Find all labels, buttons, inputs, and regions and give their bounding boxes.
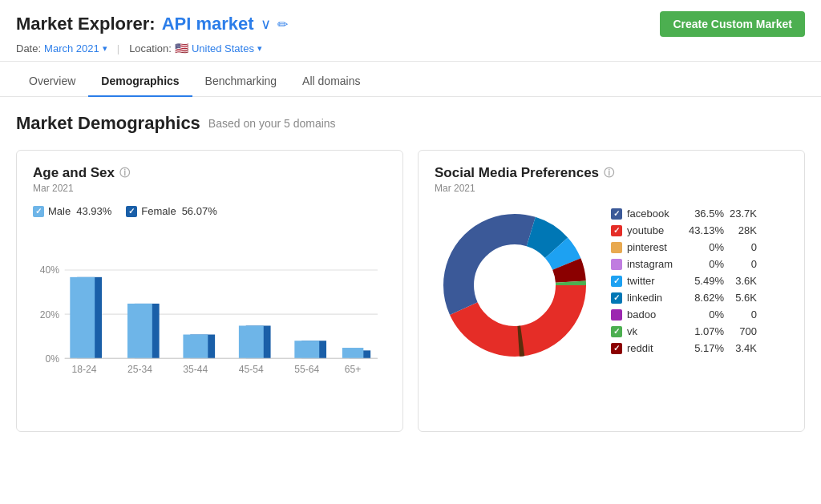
instagram-count: 0 — [729, 258, 757, 270]
social-row-badoo: ✓ badoo 0% 0 — [611, 306, 788, 323]
female-value: 56.07% — [182, 205, 217, 217]
bar-male-45-54 — [239, 325, 264, 358]
tabs-bar: Overview Demographics Benchmarking All d… — [0, 67, 821, 97]
social-row-vk: ✓ vk 1.07% 700 — [611, 323, 788, 340]
female-check-icon: ✓ — [128, 207, 135, 216]
reddit-pct: 5.17% — [688, 342, 724, 354]
age-sex-title: Age and Sex ⓘ — [33, 165, 386, 181]
edit-icon[interactable]: ✏ — [277, 17, 288, 32]
youtube-check-box: ✓ — [611, 225, 622, 236]
linkedin-pct: 8.62% — [688, 292, 724, 304]
facebook-pct: 36.5% — [688, 208, 724, 220]
social-row-youtube: ✓ youtube 43.13% 28K — [611, 222, 788, 239]
twitter-count: 3.6K — [729, 275, 757, 287]
donut-chart — [435, 205, 595, 365]
market-chevron-icon[interactable]: ∨ — [261, 15, 271, 33]
svg-text:55-64: 55-64 — [294, 364, 319, 375]
twitter-pct: 5.49% — [688, 275, 724, 287]
flag-icon: 🇺🇸 — [175, 42, 188, 54]
age-sex-bar-chart: 40% 20% 0% — [33, 228, 386, 448]
legend-female: ✓ Female 56.07% — [126, 205, 216, 217]
svg-text:40%: 40% — [40, 264, 59, 276]
social-title: Social Media Preferences ⓘ — [435, 165, 788, 181]
male-check-icon: ✓ — [35, 207, 42, 216]
social-date: Mar 2021 — [435, 183, 788, 194]
facebook-check-box: ✓ — [611, 208, 622, 220]
tab-demographics[interactable]: Demographics — [88, 67, 192, 97]
twitter-check-box: ✓ — [611, 276, 622, 287]
tab-all-domains[interactable]: All domains — [289, 67, 373, 97]
svg-text:35-44: 35-44 — [183, 364, 208, 375]
social-row-linkedin: ✓ linkedin 8.62% 5.6K — [611, 289, 788, 306]
linkedin-count: 5.6K — [729, 292, 757, 304]
title-row: Market Explorer: API market ∨ ✏ Create C… — [16, 11, 805, 37]
instagram-name: instagram — [627, 258, 683, 270]
age-sex-card: Age and Sex ⓘ Mar 2021 ✓ Male 43.93% ✓ F… — [16, 150, 403, 432]
date-link[interactable]: March 2021 — [44, 42, 99, 54]
svg-text:65+: 65+ — [345, 364, 362, 375]
vk-pct: 1.07% — [688, 325, 724, 337]
youtube-pct: 43.13% — [688, 224, 724, 236]
charts-row: Age and Sex ⓘ Mar 2021 ✓ Male 43.93% ✓ F… — [16, 150, 805, 432]
date-chevron-icon[interactable]: ▾ — [103, 43, 107, 54]
svg-text:45-54: 45-54 — [239, 364, 264, 375]
create-custom-market-button[interactable]: Create Custom Market — [660, 11, 805, 37]
youtube-name: youtube — [627, 224, 683, 236]
reddit-check-box: ✓ — [611, 343, 622, 354]
bar-male-35-44 — [183, 335, 208, 359]
social-table: ✓ facebook 36.5% 23.7K ✓ youtube 43.13% … — [611, 205, 788, 357]
female-color-box: ✓ — [126, 206, 137, 217]
linkedin-check-box: ✓ — [611, 292, 622, 304]
social-row-facebook: ✓ facebook 36.5% 23.7K — [611, 205, 788, 222]
svg-text:20%: 20% — [40, 309, 59, 321]
social-row-twitter: ✓ twitter 5.49% 3.6K — [611, 272, 788, 289]
female-label: Female — [141, 205, 176, 217]
section-subtitle: Based on your 5 domains — [208, 117, 336, 130]
twitter-name: twitter — [627, 275, 683, 287]
tab-overview[interactable]: Overview — [16, 67, 88, 97]
vk-name: vk — [627, 325, 683, 337]
svg-text:0%: 0% — [46, 353, 60, 365]
male-value: 43.93% — [76, 205, 111, 217]
age-sex-info-icon[interactable]: ⓘ — [119, 166, 130, 180]
bar-male-25-34 — [127, 304, 152, 358]
donut-svg — [435, 205, 595, 365]
separator: | — [117, 42, 119, 54]
subtitle-row: Date: March 2021 ▾ | Location: 🇺🇸 United… — [16, 42, 805, 54]
location-chevron-icon[interactable]: ▾ — [257, 43, 262, 54]
bar-male-18-24 — [70, 277, 95, 358]
header: Market Explorer: API market ∨ ✏ Create C… — [0, 0, 821, 62]
social-row-reddit: ✓ reddit 5.17% 3.4K — [611, 340, 788, 357]
svg-text:25-34: 25-34 — [127, 364, 152, 375]
pinterest-check-box: ✓ — [611, 242, 622, 253]
bar-male-65plus — [342, 348, 363, 358]
male-color-box: ✓ — [33, 206, 44, 217]
date-label: Date: — [16, 42, 41, 54]
social-info-icon[interactable]: ⓘ — [604, 166, 614, 180]
social-row-pinterest: ✓ pinterest 0% 0 — [611, 239, 788, 256]
pinterest-name: pinterest — [627, 241, 683, 253]
svg-text:18-24: 18-24 — [71, 364, 96, 375]
main-content: Market Demographics Based on your 5 doma… — [0, 97, 821, 448]
location-link[interactable]: United States — [192, 42, 254, 54]
title-prefix: Market Explorer: — [16, 14, 156, 34]
badoo-name: badoo — [627, 308, 683, 321]
location-label: Location: — [129, 42, 172, 54]
reddit-count: 3.4K — [729, 342, 757, 354]
vk-check-box: ✓ — [611, 326, 622, 337]
youtube-count: 28K — [729, 224, 757, 236]
pinterest-count: 0 — [729, 241, 757, 253]
facebook-count: 23.7K — [729, 208, 757, 220]
social-media-card: Social Media Preferences ⓘ Mar 2021 — [418, 150, 805, 432]
donut-hole2 — [475, 245, 555, 325]
reddit-name: reddit — [627, 342, 683, 354]
badoo-pct: 0% — [688, 308, 724, 321]
tab-benchmarking[interactable]: Benchmarking — [192, 67, 290, 97]
linkedin-name: linkedin — [627, 292, 683, 304]
male-label: Male — [48, 205, 71, 217]
badoo-check-box: ✓ — [611, 309, 622, 321]
social-content: ✓ facebook 36.5% 23.7K ✓ youtube 43.13% … — [435, 205, 788, 365]
bar-male-55-64 — [294, 341, 319, 358]
social-row-instagram: ✓ instagram 0% 0 — [611, 256, 788, 272]
age-sex-date: Mar 2021 — [33, 183, 386, 194]
